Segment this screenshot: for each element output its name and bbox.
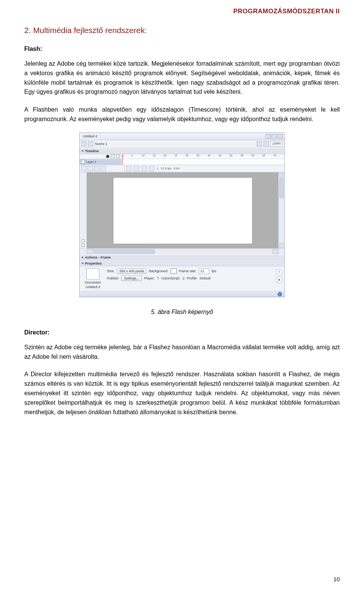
document-tab-label: Untitled-3 <box>83 134 97 138</box>
player-label: Player: <box>144 276 155 280</box>
current-frame: 1 <box>157 167 158 170</box>
timeline: Layer 1 1510152025303540455055606570 <box>80 154 284 165</box>
add-guide-icon[interactable] <box>88 166 93 171</box>
actionscript-value: 2 <box>183 276 185 280</box>
page-number: 10 <box>333 576 340 582</box>
restore-icon[interactable] <box>271 134 277 139</box>
add-layer-icon[interactable] <box>81 166 86 171</box>
outline-icon[interactable] <box>116 155 120 158</box>
elapsed-readout: 0.0s <box>174 167 179 170</box>
visibility-icon[interactable] <box>106 155 109 158</box>
background-swatch[interactable] <box>171 268 177 274</box>
background-label: Background: <box>149 269 168 273</box>
zoom-field[interactable]: 100% <box>270 141 283 147</box>
center-frame-icon[interactable] <box>126 166 132 171</box>
ruler-tick: 25 <box>174 154 177 157</box>
edit-symbol-icon[interactable] <box>264 141 269 147</box>
window-controls <box>265 133 284 140</box>
scene-icon[interactable] <box>88 141 93 147</box>
gutter-handle-icon[interactable] <box>82 239 85 242</box>
ruler-tick: 70 <box>273 154 276 157</box>
ruler-tick: 55 <box>240 154 243 157</box>
flash-paragraph-1: Jelenleg az Adobe cég termékei közé tart… <box>24 59 340 97</box>
close-icon[interactable] <box>278 134 283 139</box>
ruler-tick: 10 <box>141 154 144 157</box>
ruler-tick: 65 <box>262 154 265 157</box>
layer-name: Layer 1 <box>86 160 96 164</box>
size-label: Size: <box>107 269 115 273</box>
flash-app-window: Untitled-3 Scene 1 100% Timeline <box>79 132 285 297</box>
playback-status: 1 12.0 fps 0.0s <box>125 165 284 172</box>
actions-panel-header[interactable]: Actions - Frame <box>80 254 284 260</box>
hscroll-thumb[interactable] <box>93 249 155 254</box>
properties-panel-header[interactable]: Properties <box>80 260 284 267</box>
stage-left-gutter <box>80 172 87 248</box>
layer-header-icons <box>80 154 121 159</box>
vertical-scrollbar[interactable] <box>278 172 284 248</box>
ruler-tick: 15 <box>152 154 155 157</box>
timeline-ruler[interactable]: 1510152025303540455055606570 <box>122 154 284 165</box>
onion-outline-icon[interactable] <box>141 166 147 171</box>
add-folder-icon[interactable] <box>94 166 99 171</box>
timeline-track[interactable] <box>122 159 284 165</box>
help-buttons: ? ★ <box>276 268 282 283</box>
edit-scene-icon[interactable] <box>257 141 262 147</box>
ruler-tick: 35 <box>196 154 199 157</box>
property-row-size: Size: 550 x 400 pixels Background: Frame… <box>107 268 273 274</box>
layer-row[interactable]: Layer 1 <box>80 159 121 165</box>
scene-bar: Scene 1 100% <box>80 140 284 148</box>
ruler-ticks: 1510152025303540455055606570 <box>122 154 284 159</box>
settings-button[interactable]: Settings... <box>121 276 142 281</box>
stage-canvas[interactable] <box>113 178 252 244</box>
horizontal-scrollbar[interactable] <box>80 248 284 254</box>
timeline-panel-header[interactable]: Timeline <box>80 148 284 154</box>
ruler-tick: 5 <box>131 154 133 157</box>
edit-multiple-icon[interactable] <box>149 166 154 171</box>
section-heading: 2. Multimédia fejlesztő rendszerek: <box>24 26 340 35</box>
doc-type-label: Document <box>85 281 100 284</box>
ruler-tick: 50 <box>229 154 232 157</box>
fps-readout: 12.0 fps <box>160 167 171 170</box>
director-subhead: Director: <box>24 329 340 336</box>
timeline-footer: 1 12.0 fps 0.0s <box>80 165 284 172</box>
onion-skin-icon[interactable] <box>134 166 139 171</box>
delete-layer-icon[interactable] <box>100 166 106 171</box>
document-tab[interactable]: Untitled-3 <box>80 133 101 140</box>
property-row-publish: Publish: Settings... Player: 7 ActionScr… <box>107 276 273 281</box>
document-thumb-block: Document Untitled-3 <box>82 268 104 289</box>
ruler-tick: 40 <box>207 154 210 157</box>
ruler-tick: 60 <box>251 154 254 157</box>
publish-label: Publish: <box>107 276 119 280</box>
flash-subhead: Flash: <box>24 46 340 52</box>
lock-icon[interactable] <box>111 155 115 158</box>
ruler-tick: 20 <box>163 154 166 157</box>
fps-suffix: fps <box>212 269 216 273</box>
vscroll-thumb[interactable] <box>279 178 284 198</box>
gutter-handle-icon-2[interactable] <box>82 244 85 247</box>
properties-panel: Document Untitled-3 Size: 550 x 400 pixe… <box>80 267 284 291</box>
actionscript-label: ActionScript: <box>161 276 180 280</box>
minimize-icon[interactable] <box>265 134 271 139</box>
info-icon[interactable]: i <box>278 292 282 296</box>
framerate-field[interactable]: 12 <box>199 268 209 274</box>
flash-paragraph-2: A Flashben való munka alapvetően egy idő… <box>24 105 340 124</box>
profile-value: Default <box>200 276 211 280</box>
document-thumb-icon <box>86 268 99 280</box>
director-paragraph-1: Szintén az Adobe cég terméke jelenleg, b… <box>24 343 340 362</box>
timeline-layers: Layer 1 <box>80 154 122 165</box>
expand-icon[interactable]: ★ <box>276 277 282 283</box>
document-tabbar: Untitled-3 <box>80 133 284 140</box>
director-paragraph-2: A Director kifejezetten multimédia terve… <box>24 370 340 417</box>
size-button[interactable]: 550 x 400 pixels <box>117 268 147 274</box>
back-icon[interactable] <box>81 141 86 147</box>
playhead[interactable] <box>122 155 123 165</box>
framerate-label: Frame rate: <box>179 269 197 273</box>
document-page: PROGRAMOZÁSMÓDSZERTAN II 2. Multimédia f… <box>0 0 364 593</box>
figure-caption: 5. ábra Flash képernyő <box>24 309 340 315</box>
property-rows: Size: 550 x 400 pixels Background: Frame… <box>107 268 273 281</box>
stage-viewport[interactable] <box>87 172 278 248</box>
properties-footer: i <box>80 291 284 297</box>
scene-label: Scene 1 <box>95 142 107 146</box>
help-icon[interactable]: ? <box>276 269 282 275</box>
player-value: 7 <box>157 276 159 280</box>
